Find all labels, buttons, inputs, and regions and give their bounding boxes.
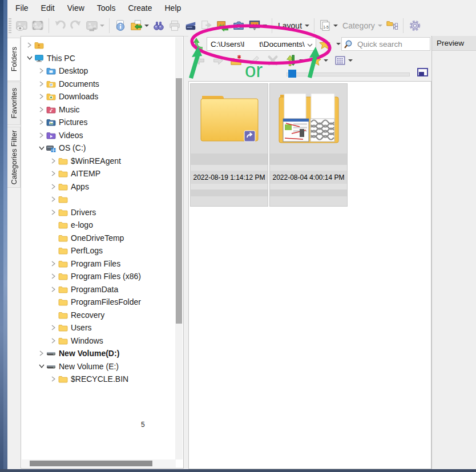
tree-item-downloads[interactable]: Downloads [21,90,98,103]
go-up-button[interactable] [192,37,205,51]
thumbnail-size-slider-handle[interactable] [288,70,296,78]
dropdown-arrow-icon[interactable] [299,59,304,62]
dropdown-arrow-icon[interactable] [378,25,382,27]
tree-item-unnamed[interactable] [21,39,47,51]
sidebar-tab-categories-filter[interactable]: Categories Filter [7,127,21,188]
favorites-dropdown-arrow[interactable] [336,43,341,45]
tree-item-drivers[interactable]: Drivers [21,206,96,219]
tree-expander-collapsed-icon[interactable] [49,272,58,281]
sidebar-tab-folders[interactable]: Folders [7,38,21,81]
tree-item-e-logo[interactable]: e-logo [21,219,93,231]
undo-button[interactable] [53,17,67,34]
pager-button[interactable]: 1-5 [318,17,339,34]
redo-button[interactable] [68,17,83,34]
tree-item-pictures[interactable]: Pictures [21,116,88,128]
tree-expander-collapsed-icon[interactable] [25,41,34,50]
tree-expander-collapsed-icon[interactable] [49,336,58,345]
sync-button[interactable] [284,52,305,69]
image-export-button[interactable] [215,17,230,34]
address-dropdown-chevron-icon[interactable] [306,41,313,50]
tree-expander-collapsed-icon[interactable] [37,79,46,88]
delete-button[interactable] [265,52,280,69]
view-grid-button[interactable] [333,52,354,69]
dropdown-arrow-icon[interactable] [100,25,104,27]
image-preview-button[interactable] [14,17,29,34]
tree-item-desktop[interactable]: Desktop [21,64,88,77]
menu-create[interactable]: Create [122,1,158,15]
tree-expander-expanded-icon[interactable] [25,54,34,63]
tree-item-apps[interactable]: Apps [21,180,89,193]
menu-file[interactable]: File [9,1,35,15]
slideshow-button[interactable] [247,17,268,34]
tree-expander-collapsed-icon[interactable] [49,195,58,204]
menu-view[interactable]: View [61,1,91,15]
tree-expander-collapsed-icon[interactable] [37,349,46,358]
dropdown-arrow-icon[interactable] [333,25,338,27]
tree-item-perflogs[interactable]: PerfLogs [21,244,103,257]
tree-item-windows[interactable]: Windows [21,334,103,347]
tree-item-music[interactable]: Music [21,103,80,116]
preview-tab[interactable]: Preview [432,36,476,51]
tree-hscroll-thumb[interactable] [30,461,152,466]
find-button[interactable] [151,17,166,34]
tree-item-os-c-[interactable]: OS (C:) [21,142,86,154]
favorite-star-button[interactable] [308,52,329,69]
tree-expander-collapsed-icon[interactable] [49,323,58,332]
tree-expander-collapsed-icon[interactable] [37,131,46,140]
tree-item-recovery[interactable]: Recovery [21,309,104,321]
address-bar[interactable]: C:\Users\l t\Documents\ [207,37,316,51]
tree-item-videos[interactable]: Videos [21,129,83,142]
tree-item-aitemp[interactable]: AITEMP [21,167,100,180]
tree-horizontal-scrollbar[interactable] [22,459,176,467]
tree-expander-expanded-icon[interactable] [37,143,46,152]
tree-item-program-files-x86-[interactable]: Program Files (x86) [21,270,141,283]
tree-item-new-volume-d-[interactable]: New Volume(D:) [21,347,119,360]
rename-button[interactable] [247,52,262,69]
copy-to-button[interactable] [199,17,214,34]
print-button[interactable] [167,17,182,34]
favorites-star-icon[interactable] [318,38,331,50]
quick-search-box[interactable] [341,37,430,51]
file-tile-folder-shortcut[interactable]: 2022-08-19 1:14:12 PM [190,83,268,207]
tree-item-onedrivetemp[interactable]: OneDriveTemp [21,232,124,244]
scanner-button[interactable] [183,17,198,34]
dropdown-arrow-icon[interactable] [144,25,149,27]
tree-expander-collapsed-icon[interactable] [37,66,46,75]
tree-item-programfilesfolder[interactable]: ProgramFilesFolder [21,296,141,308]
tree-expander-collapsed-icon[interactable] [49,208,58,217]
thumbnail-size-slider-track[interactable] [287,72,410,76]
dropdown-arrow-icon[interactable] [305,25,309,27]
menu-edit[interactable]: Edit [35,1,61,15]
folder-tree-button[interactable] [385,17,400,34]
tree-expander-collapsed-icon[interactable] [49,169,58,178]
dropdown-arrow-icon[interactable] [348,59,353,62]
search-input[interactable] [356,39,421,49]
dropdown-arrow-icon[interactable] [324,59,328,62]
tile-size-icon[interactable] [417,67,429,81]
tree-item-unnamed[interactable] [21,193,71,205]
tree-expander-collapsed-icon[interactable] [49,259,58,268]
settings-gear-button[interactable] [407,17,423,34]
dropdown-arrow-icon[interactable] [263,25,267,27]
file-tile-folder-with-documents[interactable]: 2022-08-04 4:00:14 PM [269,83,348,207]
tree-item-programdata[interactable]: ProgramData [21,283,118,296]
tree-item-this-pc[interactable]: This PC [21,52,75,64]
info-button[interactable] [113,17,128,34]
category-button[interactable]: Category [340,17,384,34]
tree-expander-collapsed-icon[interactable] [37,92,46,101]
tree-expander-collapsed-icon[interactable] [49,374,58,384]
image-fullscreen-button[interactable] [30,17,45,34]
menu-help[interactable]: Help [159,1,188,15]
screenshot-button[interactable] [231,17,246,34]
open-folder-button[interactable] [129,17,150,34]
tree-item-users[interactable]: Users [21,321,92,334]
tree-expander-expanded-icon[interactable] [37,362,46,371]
back-button[interactable] [192,52,207,69]
tree-vscroll-thumb[interactable] [176,78,182,324]
image-history-button[interactable] [84,17,106,34]
sidebar-tab-favorites[interactable]: Favorites [7,82,21,125]
tree-item--recycle-bin[interactable]: $RECYCLE.BIN [21,373,128,385]
tree-vertical-scrollbar[interactable] [175,37,183,459]
tree-item-new-volume-e-[interactable]: New Volume (E:) [21,360,119,373]
forward-button[interactable] [211,52,225,69]
